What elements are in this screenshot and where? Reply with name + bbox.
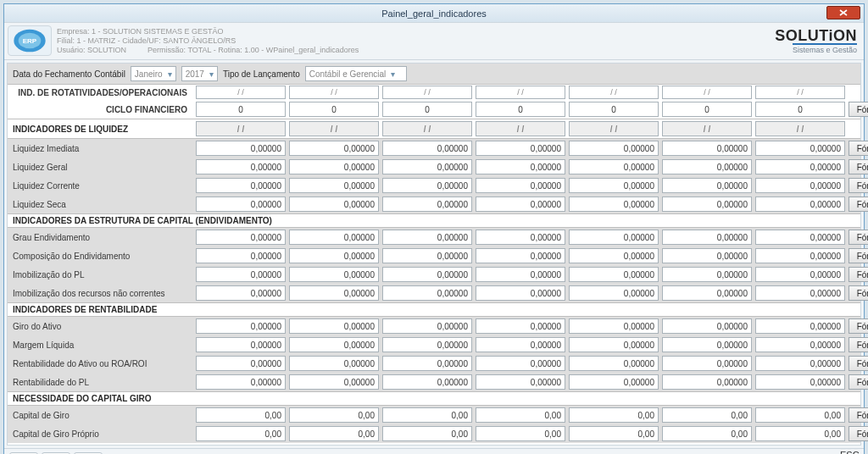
tipo-dropdown[interactable]: Contábil e Gerencial▾ — [305, 66, 407, 81]
rent-roa-4[interactable]: 0,00000 — [476, 356, 565, 371]
ciclo-val-6[interactable]: 0 — [662, 102, 752, 117]
giro-ativo-2[interactable]: 0,00000 — [289, 318, 379, 334]
formula-button-comp-endiv[interactable]: Fórmula — [849, 248, 868, 263]
cap-giro-5[interactable]: 0,00 — [569, 407, 659, 423]
rent-pl-6[interactable]: 0,00000 — [662, 374, 752, 390]
imob-pl-5[interactable]: 0,00000 — [569, 267, 659, 282]
liq-geral-6[interactable]: 0,00000 — [662, 159, 752, 174]
rent-roa-1[interactable]: 0,00000 — [196, 356, 286, 371]
rent-roa-6[interactable]: 0,00000 — [662, 356, 752, 371]
cap-giro-prop-4[interactable]: 0,00 — [476, 426, 565, 441]
formula-button-liq-geral[interactable]: Fórmula — [849, 159, 868, 174]
formula-button-liq-corrente[interactable]: Fórmula — [849, 178, 868, 193]
cap-giro-6[interactable]: 0,00 — [662, 407, 752, 423]
grau-endiv-4[interactable]: 0,00000 — [476, 230, 565, 245]
imob-rec-6[interactable]: 0,00000 — [662, 285, 752, 301]
grau-endiv-5[interactable]: 0,00000 — [569, 230, 659, 245]
liq-imediata-6[interactable]: 0,00000 — [662, 141, 752, 156]
cap-giro-7[interactable]: 0,00 — [755, 407, 845, 423]
ciclo-val-2[interactable]: 0 — [289, 102, 379, 117]
rent-roa-3[interactable]: 0,00000 — [382, 356, 472, 371]
year-dropdown[interactable]: 2017▾ — [181, 66, 218, 81]
liq-geral-7[interactable]: 0,00000 — [755, 159, 845, 174]
cap-giro-4[interactable]: 0,00 — [476, 407, 565, 423]
rent-roa-2[interactable]: 0,00000 — [289, 356, 379, 371]
rent-roa-5[interactable]: 0,00000 — [569, 356, 659, 371]
margem-liq-6[interactable]: 0,00000 — [662, 337, 752, 352]
margem-liq-3[interactable]: 0,00000 — [382, 337, 472, 352]
formula-button-margem-liq[interactable]: Fórmula — [849, 337, 868, 352]
date-col-1[interactable]: / / — [196, 86, 286, 99]
liq-imediata-2[interactable]: 0,00000 — [289, 141, 379, 156]
ciclo-val-5[interactable]: 0 — [569, 102, 659, 117]
formula-button-ciclo[interactable]: Fórmula — [849, 102, 868, 117]
month-dropdown[interactable]: Janeiro▾ — [131, 66, 176, 81]
imob-rec-5[interactable]: 0,00000 — [569, 285, 659, 301]
liq-geral-1[interactable]: 0,00000 — [196, 159, 286, 174]
ciclo-val-7[interactable]: 0 — [755, 102, 845, 117]
date-col-3[interactable]: / / — [382, 86, 472, 99]
comp-endiv-1[interactable]: 0,00000 — [196, 248, 286, 263]
comp-endiv-6[interactable]: 0,00000 — [662, 248, 752, 263]
comp-endiv-5[interactable]: 0,00000 — [569, 248, 659, 263]
liq-corrente-6[interactable]: 0,00000 — [662, 178, 752, 193]
rent-pl-3[interactable]: 0,00000 — [382, 374, 472, 390]
giro-ativo-1[interactable]: 0,00000 — [196, 318, 286, 334]
formula-button-rent-roa[interactable]: Fórmula — [849, 356, 868, 371]
liq-geral-2[interactable]: 0,00000 — [289, 159, 379, 174]
liq-imediata-7[interactable]: 0,00000 — [755, 141, 845, 156]
ciclo-val-3[interactable]: 0 — [382, 102, 472, 117]
liq-geral-5[interactable]: 0,00000 — [569, 159, 659, 174]
liq-seca-1[interactable]: 0,00000 — [196, 197, 286, 212]
liq-corrente-2[interactable]: 0,00000 — [289, 178, 379, 193]
giro-ativo-6[interactable]: 0,00000 — [662, 318, 752, 334]
liq-seca-2[interactable]: 0,00000 — [289, 197, 379, 212]
grau-endiv-2[interactable]: 0,00000 — [289, 230, 379, 245]
imob-pl-4[interactable]: 0,00000 — [476, 267, 565, 282]
ciclo-val-4[interactable]: 0 — [476, 102, 565, 117]
rent-pl-2[interactable]: 0,00000 — [289, 374, 379, 390]
imob-pl-3[interactable]: 0,00000 — [382, 267, 472, 282]
rent-pl-1[interactable]: 0,00000 — [196, 374, 286, 390]
formula-button-liq-seca[interactable]: Fórmula — [849, 197, 868, 212]
giro-ativo-3[interactable]: 0,00000 — [382, 318, 472, 334]
imob-rec-3[interactable]: 0,00000 — [382, 285, 472, 301]
rent-pl-7[interactable]: 0,00000 — [755, 374, 845, 390]
comp-endiv-7[interactable]: 0,00000 — [755, 248, 845, 263]
formula-button-rent-pl[interactable]: Fórmula — [849, 374, 868, 390]
comp-endiv-4[interactable]: 0,00000 — [476, 248, 565, 263]
formula-button-grau-endiv[interactable]: Fórmula — [849, 230, 868, 245]
date-col-5[interactable]: / / — [569, 86, 659, 99]
date-col-7[interactable]: / / — [755, 86, 845, 99]
date-col-6[interactable]: / / — [662, 86, 752, 99]
imob-rec-4[interactable]: 0,00000 — [476, 285, 565, 301]
cap-giro-prop-6[interactable]: 0,00 — [662, 426, 752, 441]
grau-endiv-3[interactable]: 0,00000 — [382, 230, 472, 245]
liq-seca-3[interactable]: 0,00000 — [382, 197, 472, 212]
liq-corrente-5[interactable]: 0,00000 — [569, 178, 659, 193]
imob-pl-2[interactable]: 0,00000 — [289, 267, 379, 282]
margem-liq-2[interactable]: 0,00000 — [289, 337, 379, 352]
liq-seca-7[interactable]: 0,00000 — [755, 197, 845, 212]
rent-roa-7[interactable]: 0,00000 — [755, 356, 845, 371]
formula-button-cap-giro-prop[interactable]: Fórmula — [849, 426, 868, 441]
imob-pl-1[interactable]: 0,00000 — [196, 267, 286, 282]
liq-imediata-1[interactable]: 0,00000 — [196, 141, 286, 156]
date-col-4[interactable]: / / — [476, 86, 565, 99]
comp-endiv-2[interactable]: 0,00000 — [289, 248, 379, 263]
liq-geral-4[interactable]: 0,00000 — [476, 159, 565, 174]
imob-rec-7[interactable]: 0,00000 — [755, 285, 845, 301]
cap-giro-prop-2[interactable]: 0,00 — [289, 426, 379, 441]
giro-ativo-4[interactable]: 0,00000 — [476, 318, 565, 334]
formula-button-giro-ativo[interactable]: Fórmula — [849, 318, 868, 334]
ciclo-val-1[interactable]: 0 — [196, 102, 286, 117]
giro-ativo-7[interactable]: 0,00000 — [755, 318, 845, 334]
cap-giro-prop-1[interactable]: 0,00 — [196, 426, 286, 441]
cap-giro-1[interactable]: 0,00 — [196, 407, 286, 423]
formula-button-liq-imediata[interactable]: Fórmula — [849, 141, 868, 156]
cap-giro-prop-7[interactable]: 0,00 — [755, 426, 845, 441]
cap-giro-2[interactable]: 0,00 — [289, 407, 379, 423]
close-button[interactable] — [826, 6, 860, 19]
margem-liq-7[interactable]: 0,00000 — [755, 337, 845, 352]
margem-liq-5[interactable]: 0,00000 — [569, 337, 659, 352]
